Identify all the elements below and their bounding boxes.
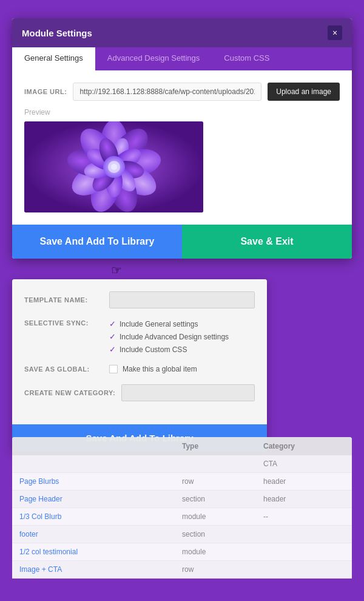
table-row[interactable]: Page Header section header (12, 491, 352, 508)
tab-custom-css[interactable]: Custom CSS (212, 47, 281, 70)
template-name-input[interactable] (109, 291, 255, 308)
selective-sync-row: SELECTIVE SYNC: ✓ Include General settin… (24, 319, 255, 354)
sync-item-general: ✓ Include General settings (109, 319, 229, 328)
table-header: Type Category (12, 437, 352, 455)
image-url-input[interactable] (73, 83, 261, 101)
selective-sync-options: ✓ Include General settings ✓ Include Adv… (109, 319, 229, 354)
sync-label-advanced: Include Advanced Design settings (120, 333, 229, 341)
table-cell-name: 1/3 Col Blurb (19, 512, 182, 521)
sync-label-css: Include Custom CSS (120, 345, 187, 354)
global-item-label: Make this a global item (123, 365, 197, 373)
table-header-name (19, 442, 182, 450)
tab-advanced-design[interactable]: Advanced Design Settings (95, 47, 212, 70)
sync-label-general: Include General settings (120, 320, 198, 328)
modal-header: Module Settings × (12, 18, 352, 47)
table-cell-type: module (182, 548, 263, 556)
preview-flower-svg (24, 121, 203, 212)
modal-title: Module Settings (22, 28, 92, 38)
table-header-type: Type (182, 442, 263, 450)
table-cell-type: section (182, 495, 263, 503)
save-as-global-row: SAVE AS GLOBAL: Make this a global item (24, 365, 255, 373)
global-checkbox[interactable] (109, 365, 118, 373)
table-cell-name: Page Blurbs (19, 477, 182, 486)
tab-general-settings[interactable]: General Settings (12, 47, 95, 70)
library-dialog: TEMPLATE NAME: SELECTIVE SYNC: ✓ Include… (12, 279, 267, 452)
selective-sync-label: SELECTIVE SYNC: (24, 319, 103, 327)
save-as-global-label: SAVE AS GLOBAL: (24, 365, 103, 373)
create-category-input[interactable] (121, 384, 255, 401)
table-row[interactable]: 1/3 Col Blurb module -- (12, 508, 352, 526)
global-option-row: Make this a global item (109, 365, 197, 373)
module-settings-modal: Module Settings × General Settings Advan… (12, 18, 352, 259)
template-name-label: TEMPLATE NAME: (24, 296, 103, 304)
table-cell-name: Page Header (19, 495, 182, 503)
library-dialog-content: TEMPLATE NAME: SELECTIVE SYNC: ✓ Include… (12, 279, 267, 424)
modal-content: IMAGE URL: Upload an image Preview (12, 70, 352, 225)
table-row[interactable]: footer section (12, 526, 352, 543)
table-cell-category: -- (263, 512, 345, 521)
image-url-label: IMAGE URL: (24, 88, 67, 95)
save-add-library-button[interactable]: Save And Add To Library (12, 225, 182, 259)
table-row[interactable]: Page Blurbs row header (12, 473, 352, 491)
preview-image (24, 121, 203, 212)
tabs-bar: General Settings Advanced Design Setting… (12, 47, 352, 70)
library-table-panel: Type Category CTA Page Blurbs row header… (12, 437, 352, 579)
table-cell-category: header (263, 477, 345, 486)
table-cell-type: row (182, 477, 263, 486)
table-cell-type: module (182, 512, 263, 521)
table-cell-type: row (182, 565, 263, 574)
table-row[interactable]: 1/2 col testimonial module (12, 543, 352, 561)
sync-check-advanced: ✓ (109, 332, 116, 341)
sync-item-css: ✓ Include Custom CSS (109, 345, 229, 354)
table-row[interactable]: CTA (12, 455, 352, 473)
table-cell-category: header (263, 495, 345, 503)
table-cell-category: CTA (263, 460, 345, 468)
template-name-row: TEMPLATE NAME: (24, 291, 255, 308)
upload-image-button[interactable]: Upload an image (268, 83, 340, 101)
create-category-label: CREATE NEW CATEGORY: (24, 389, 115, 396)
save-exit-button[interactable]: Save & Exit (182, 225, 352, 259)
svg-point-21 (111, 164, 117, 170)
sync-item-advanced: ✓ Include Advanced Design settings (109, 332, 229, 341)
table-cell-type: section (182, 530, 263, 538)
table-header-category: Category (263, 442, 345, 450)
sync-check-general: ✓ (109, 319, 116, 328)
table-cell-name: 1/2 col testimonial (19, 548, 182, 556)
preview-label: Preview (24, 108, 340, 117)
table-row[interactable]: Image + CTA row (12, 561, 352, 579)
table-cell-name: Image + CTA (19, 565, 182, 574)
create-category-row: CREATE NEW CATEGORY: (24, 384, 255, 401)
table-cell-name: footer (19, 530, 182, 538)
sync-check-css: ✓ (109, 345, 116, 354)
modal-footer: Save And Add To Library Save & Exit (12, 225, 352, 259)
cursor-icon: ☞ (111, 263, 122, 277)
image-url-row: IMAGE URL: Upload an image (24, 83, 340, 101)
modal-close-button[interactable]: × (328, 25, 342, 40)
